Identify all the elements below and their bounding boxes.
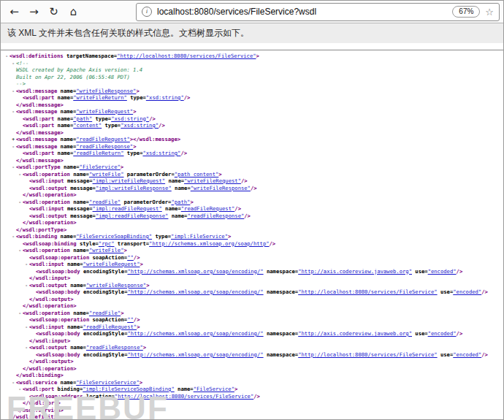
xml-token: name= <box>61 233 77 240</box>
xml-token: parameterOrder= <box>124 171 175 177</box>
xml-line: -<wsdl:output name="writeFileResponse"> <box>1 282 503 289</box>
site-info-icon[interactable]: i <box>142 7 152 17</box>
xml-token: > <box>137 324 140 330</box>
xml-token: > <box>121 164 123 170</box>
xml-token: /> <box>270 240 276 247</box>
xml-token: namespace= <box>264 351 299 358</box>
xml-line: -<wsdl:input name="writeFileRequest"> <box>1 261 503 268</box>
home-icon[interactable]: ⌂ <box>64 2 83 21</box>
xml-token: /> <box>180 150 187 156</box>
xml-line: -<wsdl:message name="readFileResponse"> <box>1 143 503 150</box>
xml-token: "readFileResponse" <box>187 213 244 219</box>
xml-line: <wsdlsoap:body encodingStyle="http://sch… <box>1 289 503 296</box>
xml-token: type= <box>92 115 111 122</box>
xml-line: <wsdlsoap:body encodingStyle="http://sch… <box>1 268 503 275</box>
xml-line: </wsdl:operation> <box>1 365 503 373</box>
xml-token: "http://axis.codereview.javaweb.org" <box>298 330 412 337</box>
xml-token: namespace= <box>264 268 299 275</box>
xml-token: name= <box>61 379 77 386</box>
xml-line: <wsdlsoap:operation soapAction=""/> <box>1 316 503 324</box>
xml-token: "impl:readFileRequest" <box>93 205 162 212</box>
xml-token: <wsdl:operation <box>23 310 73 316</box>
xml-token: name= <box>61 143 77 150</box>
xml-token: use= <box>412 268 428 275</box>
xml-line: <wsdlsoap:body encodingStyle="http://sch… <box>1 351 503 359</box>
xml-line: Built on Apr 22, 2006 (06:55:48 PDT) <box>1 74 503 81</box>
xml-token: name= <box>162 205 181 212</box>
xml-token: location= <box>86 393 115 400</box>
xml-token: </wsdl:definitions> <box>9 413 69 420</box>
bookmark-star-icon[interactable]: ☆ <box>485 7 494 17</box>
zoom-indicator[interactable]: 67% <box>452 6 480 18</box>
xml-line: </wsdl:input> <box>1 337 503 345</box>
xml-token: name= <box>58 94 74 101</box>
xml-token: > <box>146 282 149 289</box>
xml-line: <wsdl:part name="writeFileReturn" type="… <box>1 94 503 102</box>
xml-line: <wsdl:input message="impl:writeFileReque… <box>1 177 503 185</box>
xml-token: type= <box>127 94 146 101</box>
xml-token: <wsdl:operation <box>23 247 73 253</box>
xml-token: <wsdlsoap:address <box>29 393 86 400</box>
xml-line: <wsdl:output message="impl:writeFileResp… <box>1 185 503 192</box>
xml-token: </wsdl:operation> <box>23 302 77 309</box>
xml-token: "http://localhost:8080/services/FileServ… <box>115 393 253 400</box>
xml-token: /> <box>244 213 251 219</box>
browser-window: ← → ↻ ⌂ i localhost:8080/services/FileSe… <box>0 0 504 420</box>
xml-token: "writeFileResponse" <box>76 88 136 94</box>
xml-token: <wsdl:part <box>23 94 58 101</box>
xml-token: "FileServiceService" <box>76 379 140 386</box>
xml-token: <!-- <box>16 60 28 66</box>
xml-token: </wsdl:message> <box>16 129 64 136</box>
xml-token: > <box>256 53 259 59</box>
xml-token: "path" <box>73 115 92 122</box>
xml-line: -<wsdl:operation name="readFile" paramet… <box>1 199 503 206</box>
xml-token: > <box>133 143 136 150</box>
xml-token: /> <box>149 115 156 122</box>
xml-token: type= <box>152 233 171 240</box>
xml-line: +<wsdl:message name="readFileRequest"></… <box>1 136 503 143</box>
reload-icon[interactable]: ↻ <box>44 2 64 21</box>
xml-token: name= <box>58 122 74 129</box>
xml-token: "http://schemas.xmlsoap.org/soap/http" <box>149 240 269 247</box>
xml-token: "encoded" <box>453 351 481 358</box>
xml-token: "readFileResponse" <box>76 143 133 150</box>
xml-token: > <box>218 171 221 177</box>
xml-token: message= <box>67 177 93 184</box>
xml-token: /> <box>457 268 463 275</box>
xml-token: "readFileRequest" <box>181 205 235 212</box>
xml-token: use= <box>438 351 454 358</box>
xml-token: > <box>133 108 136 115</box>
xml-token: "content" <box>73 122 102 129</box>
xml-token: <wsdl:output <box>29 213 70 219</box>
xml-token: </wsdl:operation> <box>23 191 77 198</box>
xml-line: <wsdlsoap:body encodingStyle="http://sch… <box>1 330 503 337</box>
xml-token: name= <box>58 150 74 156</box>
url-input[interactable]: localhost:8080/services/FileService?wsdl <box>157 7 447 17</box>
xml-token: "http://schemas.xmlsoap.org/soap/encodin… <box>128 351 264 358</box>
xml-token: --> <box>16 80 26 87</box>
xml-token: > <box>140 261 142 267</box>
xml-token: encodingStyle= <box>83 268 128 275</box>
xml-token: "FileService" <box>194 386 234 392</box>
xml-token: </wsdl:output> <box>29 358 74 364</box>
xml-token: <wsdl:portType <box>16 164 64 170</box>
url-bar[interactable]: i localhost:8080/services/FileService?ws… <box>136 3 500 21</box>
xml-token: <wsdl:port <box>23 386 58 392</box>
xml-token: /> <box>159 122 165 129</box>
xml-line: </wsdl:message> <box>1 129 503 137</box>
back-icon[interactable]: ← <box>4 2 24 21</box>
xml-token: <wsdlsoap:body <box>36 351 83 358</box>
xml-token: message= <box>67 205 93 212</box>
xml-token: name= <box>175 386 194 392</box>
xml-token: > <box>234 386 237 392</box>
xml-token: name= <box>67 324 83 330</box>
xml-line: </wsdl:input> <box>1 275 503 282</box>
forward-icon[interactable]: → <box>24 2 44 21</box>
notice-text: 该 XML 文件并未包含任何关联的样式信息。文档树显示如下。 <box>7 28 249 38</box>
xml-line: <wsdlsoap:address location="http://local… <box>1 393 503 400</box>
xml-token: </wsdl:input> <box>29 275 70 281</box>
xml-token: <wsdl:output <box>29 344 70 351</box>
xml-line: -<wsdl:message name="writeFileResponse"> <box>1 88 503 95</box>
xml-token: </wsdl:message> <box>16 157 64 164</box>
xml-token: "encoded" <box>428 330 457 337</box>
